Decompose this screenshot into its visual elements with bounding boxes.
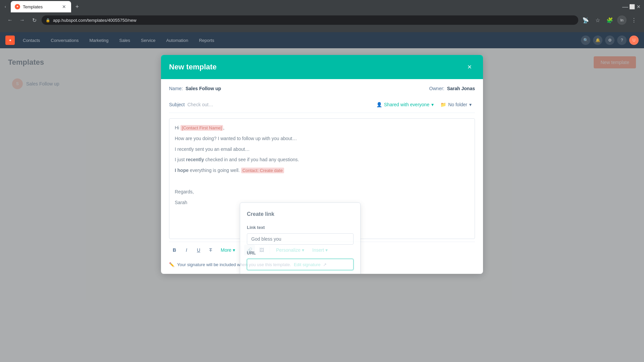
owner-label: Owner: (429, 86, 444, 91)
reload-button[interactable]: ↻ (30, 15, 39, 25)
modal-title: New template (169, 63, 217, 71)
url-label: URL (247, 249, 354, 257)
nav-item-sales[interactable]: Sales (117, 37, 133, 44)
nav-item-service[interactable]: Service (138, 37, 158, 44)
folder-icon: 📁 (440, 102, 446, 107)
link-text-group: Link text (247, 224, 354, 245)
modal-header: New template × (161, 55, 483, 79)
underline-button[interactable]: U (193, 245, 204, 255)
settings-button[interactable]: ⚙ (605, 36, 614, 45)
forward-button[interactable]: → (17, 15, 27, 25)
strikethrough-button[interactable]: T (205, 245, 216, 255)
main-content: Templates New template S Sales Follow up… (0, 48, 644, 362)
nav-item-reports[interactable]: Reports (196, 37, 217, 44)
new-template-modal: New template × Name: Sales Follow up Own… (161, 55, 483, 274)
owner-value: Sarah Jonas (447, 86, 475, 91)
minimize-icon[interactable]: ‹ (3, 4, 8, 9)
search-button[interactable]: 🔍 (581, 36, 590, 45)
extensions-icon[interactable]: 🧩 (605, 15, 614, 25)
sharing-button[interactable]: 👤 Shared with everyone ▾ (373, 100, 437, 109)
menu-icon[interactable]: ⋮ (629, 15, 639, 25)
modal-overlay: New template × Name: Sales Follow up Own… (0, 48, 644, 362)
sharing-chevron-icon: ▾ (431, 102, 434, 107)
personalize-token-date: Contact: Create date (241, 168, 284, 173)
window-minimize-button[interactable]: — (623, 4, 628, 9)
notifications-button[interactable]: 🔔 (593, 36, 602, 45)
link-text-input[interactable] (247, 233, 354, 245)
name-value: Sales Follow up (185, 86, 221, 91)
nav-item-automation[interactable]: Automation (163, 37, 191, 44)
hubspot-navbar: ✦ Contacts Conversations Marketing Sales… (0, 32, 644, 48)
tab-close-button[interactable]: ✕ (61, 4, 67, 10)
bold-button[interactable]: B (169, 245, 180, 255)
back-button[interactable]: ← (5, 15, 15, 25)
window-close-button[interactable]: ✕ (636, 4, 641, 9)
url-input[interactable] (247, 259, 354, 270)
help-button[interactable]: ? (617, 36, 627, 45)
tab-title: Templates (23, 4, 58, 9)
hubspot-logo[interactable]: ✦ (5, 36, 15, 45)
popup-title: Create link (247, 209, 354, 219)
more-dropdown[interactable]: More ▾ (217, 245, 238, 255)
nav-item-conversations[interactable]: Conversations (48, 37, 81, 44)
lock-icon: 🔒 (46, 18, 50, 22)
bookmark-icon[interactable]: ☆ (593, 15, 602, 25)
template-meta-row: Name: Sales Follow up Owner: Sarah Jonas (169, 86, 475, 91)
create-link-popup: Create link Link text URL Open in new ta… (240, 202, 361, 274)
italic-button[interactable]: I (181, 245, 192, 255)
folder-button[interactable]: 📁 No folder ▾ (437, 100, 475, 109)
personalize-token-name: [Contact First Name] (180, 125, 223, 131)
tab-favicon: ✦ (15, 4, 20, 9)
profile-icon[interactable]: In (617, 15, 627, 25)
cast-icon[interactable]: 📡 (581, 15, 590, 25)
subject-sharing-row: Subject Check out… 👤 Shared with everyon… (169, 97, 475, 113)
nav-item-marketing[interactable]: Marketing (87, 37, 111, 44)
editor-content: Hi [Contact First Name], How are you doi… (175, 124, 469, 206)
new-tab-button[interactable]: + (72, 2, 82, 11)
modal-close-button[interactable]: × (464, 62, 475, 72)
url-group: URL (247, 249, 354, 270)
user-avatar[interactable]: U (629, 36, 639, 45)
url-text: app.hubspot.com/templates/40055750/new (53, 18, 137, 23)
name-label: Name: (169, 86, 183, 91)
window-maximize-button[interactable]: ⬜ (629, 4, 635, 9)
address-bar[interactable]: 🔒 app.hubspot.com/templates/40055750/new (42, 15, 578, 25)
browser-tab-templates[interactable]: ✦ Templates ✕ (11, 1, 71, 12)
more-chevron-icon: ▾ (233, 247, 235, 253)
modal-body: Name: Sales Follow up Owner: Sarah Jonas… (161, 79, 483, 274)
link-text-label: Link text (247, 224, 354, 231)
nav-item-contacts[interactable]: Contacts (20, 37, 43, 44)
editor-area[interactable]: Hi [Contact First Name], How are you doi… (169, 118, 475, 239)
person-icon: 👤 (376, 102, 382, 107)
signature-pencil-icon: ✏️ (169, 262, 174, 267)
folder-chevron-icon: ▾ (469, 102, 472, 107)
